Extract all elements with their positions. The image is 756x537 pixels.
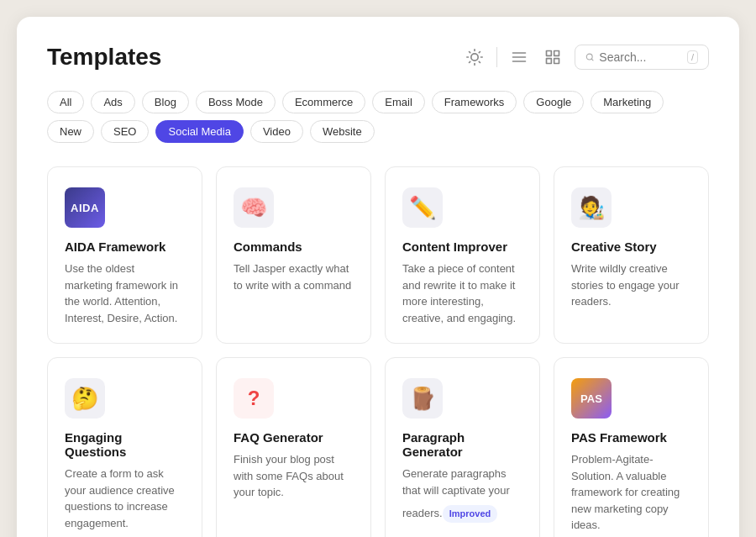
filter-pill-boss-mode[interactable]: Boss Mode — [196, 91, 276, 113]
template-card[interactable]: 🧑‍🎨 Creative Story Write wildly creative… — [554, 166, 709, 344]
template-card[interactable]: ? FAQ Generator Finish your blog post wi… — [216, 357, 371, 537]
template-desc: Tell Jasper exactly what to write with a… — [234, 261, 354, 293]
filter-pill-new[interactable]: New — [47, 120, 94, 143]
search-icon — [585, 51, 594, 63]
template-name: AIDA Framework — [65, 240, 185, 254]
grid-view-button[interactable] — [541, 45, 564, 69]
template-desc: Problem-Agitate-Solution. A valuable fra… — [571, 451, 691, 534]
filter-pill-marketing[interactable]: Marketing — [591, 91, 664, 113]
filter-pill-blog[interactable]: Blog — [142, 91, 189, 113]
filter-pill-frameworks[interactable]: Frameworks — [432, 91, 517, 113]
header: Templates — [47, 44, 709, 71]
template-badge: Improved — [443, 505, 498, 523]
template-icon: 🧑‍🎨 — [571, 187, 612, 228]
template-icon: ? — [234, 378, 274, 419]
svg-line-8 — [479, 52, 480, 53]
svg-line-3 — [470, 52, 470, 53]
template-icon: AIDA — [65, 187, 105, 228]
filter-pill-social-media[interactable]: Social Media — [155, 120, 243, 143]
svg-line-4 — [479, 61, 480, 62]
template-card[interactable]: 🤔 Engaging Questions Create a form to as… — [47, 357, 202, 537]
svg-point-0 — [471, 54, 478, 61]
svg-rect-12 — [547, 51, 552, 56]
filter-pill-seo[interactable]: SEO — [101, 120, 149, 143]
template-icon: 🧠 — [234, 187, 274, 228]
template-card[interactable]: ✏️ Content Improver Take a piece of cont… — [385, 166, 540, 344]
svg-rect-14 — [547, 59, 552, 64]
template-icon: ✏️ — [402, 187, 443, 228]
template-name: Commands — [234, 240, 354, 254]
filter-pill-ecommerce[interactable]: Ecommerce — [282, 91, 365, 113]
template-icon: 🤔 — [65, 378, 105, 419]
template-name: PAS Framework — [571, 430, 691, 445]
template-desc: Finish your blog post with some FAQs abo… — [234, 451, 354, 501]
grid-icon — [544, 49, 561, 66]
template-desc: Create a form to ask your audience creat… — [65, 466, 185, 531]
brightness-icon-button[interactable] — [463, 45, 486, 69]
template-icon: PAS — [571, 378, 612, 419]
svg-rect-13 — [554, 51, 559, 56]
template-card[interactable]: AIDA AIDA Framework Use the oldest marke… — [47, 166, 202, 344]
filter-pill-all[interactable]: All — [47, 91, 84, 113]
template-desc: Use the oldest marketing framework in th… — [65, 261, 185, 326]
template-desc: Take a piece of content and rewrite it t… — [402, 261, 522, 326]
filter-pill-website[interactable]: Website — [310, 120, 375, 143]
filter-pill-ads[interactable]: Ads — [91, 91, 134, 113]
filter-pill-google[interactable]: Google — [523, 91, 584, 113]
page-title: Templates — [47, 44, 161, 71]
templates-grid: AIDA AIDA Framework Use the oldest marke… — [47, 166, 709, 537]
template-name: FAQ Generator — [234, 430, 354, 445]
template-icon: 🪵 — [402, 378, 443, 419]
svg-line-7 — [470, 61, 470, 62]
list-view-button[interactable] — [507, 45, 531, 69]
filter-pill-email[interactable]: Email — [372, 91, 425, 113]
search-box[interactable]: / — [575, 45, 709, 70]
template-desc: Write wildly creative stories to engage … — [571, 261, 691, 310]
template-card[interactable]: 🧠 Commands Tell Jasper exactly what to w… — [216, 166, 371, 344]
template-name: Paragraph Generator — [402, 430, 522, 459]
search-shortcut: / — [687, 50, 698, 64]
svg-rect-15 — [554, 59, 559, 64]
vertical-divider — [496, 47, 497, 67]
brightness-icon — [466, 49, 483, 66]
filter-pill-video[interactable]: Video — [250, 120, 303, 143]
template-name: Engaging Questions — [65, 430, 185, 459]
header-controls: / — [463, 45, 709, 70]
list-icon — [511, 49, 528, 66]
template-name: Content Improver — [402, 240, 522, 254]
templates-container: Templates — [17, 17, 739, 537]
template-desc: Generate paragraphs that will captivate … — [402, 466, 522, 523]
svg-line-17 — [591, 59, 593, 61]
template-card[interactable]: 🪵 Paragraph Generator Generate paragraph… — [385, 357, 540, 537]
template-card[interactable]: PAS PAS Framework Problem-Agitate-Soluti… — [554, 357, 709, 537]
template-name: Creative Story — [571, 240, 691, 254]
search-input[interactable] — [599, 50, 682, 64]
filter-bar: AllAdsBlogBoss ModeEcommerceEmailFramewo… — [47, 91, 709, 143]
